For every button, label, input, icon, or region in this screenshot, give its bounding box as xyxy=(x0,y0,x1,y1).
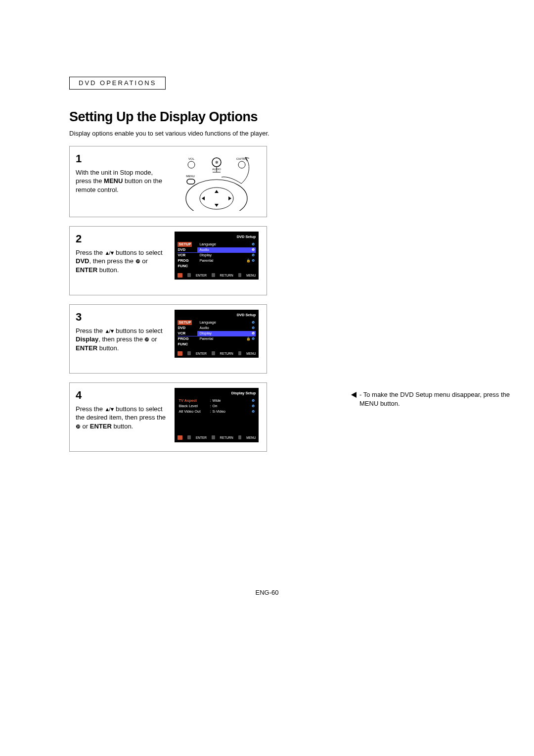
step-2-number: 2 xyxy=(76,232,168,246)
section-header-text: DVD Operations xyxy=(79,79,156,87)
step-3: 3 Press the ▲/▼ buttons to select Displa… xyxy=(69,304,267,374)
step-3-number: 3 xyxy=(76,310,168,325)
side-note-text: To make the DVD Setup menu disappear, pr… xyxy=(359,391,510,407)
step-2: 2 Press the ▲/▼ buttons to select DVD, t… xyxy=(69,226,267,295)
left-triangle-icon xyxy=(351,392,356,398)
menu-icon xyxy=(238,273,242,277)
right-icon: ❿ xyxy=(135,258,140,264)
menu-arrow-icon: ❿ xyxy=(251,253,256,258)
lock-icon: 🔒 xyxy=(246,336,251,341)
updown-icon: ▲/▼ xyxy=(105,250,114,256)
svg-marker-2 xyxy=(215,190,219,193)
lock-icon: 🔒 xyxy=(246,258,251,263)
svg-marker-5 xyxy=(228,196,231,200)
svg-marker-3 xyxy=(215,204,219,207)
intro-text: Display options enable you to set variou… xyxy=(69,130,465,137)
osd-footer: ENTER RETURN MENU xyxy=(178,351,256,356)
menu-arrow-icon: ❿ xyxy=(251,326,256,331)
remote-vol-label: VOL xyxy=(188,157,195,160)
menu-arrow-icon: ❿ xyxy=(251,404,256,409)
svg-point-6 xyxy=(188,161,195,168)
remote-illustration: VOL ✻ AUDIO CH/TRK MENU xyxy=(177,151,256,211)
osd-display-setup: Display Setup TV Aspect : Wide ❿ Black L… xyxy=(175,388,259,442)
menu-arrow-icon: ❿ xyxy=(251,247,256,252)
osd-title: DVD Setup xyxy=(178,313,256,318)
menu-icon xyxy=(238,435,242,439)
svg-text:✻: ✻ xyxy=(215,160,219,165)
osd-title: Display Setup xyxy=(178,391,256,396)
svg-point-9 xyxy=(238,161,245,168)
menu-arrow-icon: ❿ xyxy=(251,331,256,336)
menu-arrow-icon: ❿ xyxy=(251,409,256,414)
step-4-text: Press the ▲/▼ buttons to select the desi… xyxy=(76,405,168,431)
return-icon xyxy=(212,351,215,355)
osd-title: DVD Setup xyxy=(178,235,256,240)
step-3-text: Press the ▲/▼ buttons to select Display,… xyxy=(76,327,168,353)
right-icon: ❿ xyxy=(144,336,149,342)
menu-arrow-icon: ❿ xyxy=(251,336,256,341)
svg-rect-12 xyxy=(187,179,195,184)
step-2-text: Press the ▲/▼ buttons to select DVD, the… xyxy=(76,248,168,275)
remote-menu-label: MENU xyxy=(186,175,195,178)
step-1: 1 With the unit in Stop mode, press the … xyxy=(69,146,267,217)
step-4: 4 Press the ▲/▼ buttons to select the de… xyxy=(69,382,267,452)
osd-dvd-setup: DVD Setup SETUP Language ❿ DVD Audio ❿ V… xyxy=(175,232,259,280)
side-note: - To make the DVD Setup menu disappear, … xyxy=(351,390,524,408)
menu-arrow-icon: ❿ xyxy=(251,242,256,247)
updown-icon: ▲/▼ xyxy=(105,328,114,334)
step-1-number: 1 xyxy=(76,151,168,166)
enter-icon xyxy=(187,273,191,277)
return-icon xyxy=(212,435,215,439)
page-number: ENG-60 xyxy=(69,589,465,596)
osd-footer: ENTER RETURN MENU xyxy=(178,435,256,440)
section-header: DVD Operations xyxy=(69,77,166,90)
page-title: Setting Up the Display Options xyxy=(69,109,465,125)
osd-foot-icon xyxy=(178,273,182,278)
enter-icon xyxy=(187,435,191,439)
menu-arrow-icon: ❿ xyxy=(251,398,256,403)
svg-marker-4 xyxy=(202,196,205,200)
updown-icon: ▲/▼ xyxy=(105,406,114,412)
osd-foot-icon xyxy=(178,435,182,440)
menu-icon xyxy=(238,351,242,355)
return-icon xyxy=(212,273,215,277)
osd-foot-icon xyxy=(178,351,182,356)
enter-icon xyxy=(187,351,191,355)
osd-footer: ENTER RETURN MENU xyxy=(178,273,256,278)
step-4-number: 4 xyxy=(76,388,168,403)
right-icon: ❿ xyxy=(76,424,81,429)
menu-arrow-icon: ❿ xyxy=(251,258,256,263)
menu-arrow-icon: ❿ xyxy=(251,320,256,325)
osd-dvd-setup-display: DVD Setup SETUP Language ❿ DVD Audio ❿ V… xyxy=(175,310,259,358)
step-1-text: With the unit in Stop mode, press the ME… xyxy=(76,168,168,194)
